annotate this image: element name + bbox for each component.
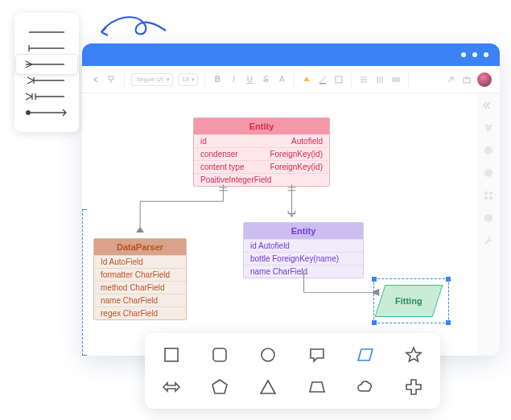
- svg-rect-20: [484, 191, 488, 195]
- entity-title: Entity: [244, 223, 363, 239]
- window-control-dot[interactable]: [472, 52, 477, 57]
- table-row: method CharField: [94, 281, 186, 294]
- connector-palette[interactable]: [14, 13, 79, 132]
- connector-line-plain[interactable]: [24, 24, 69, 40]
- svg-rect-24: [165, 348, 178, 361]
- shape-triangle[interactable]: [256, 375, 280, 399]
- window-control-dot[interactable]: [461, 52, 466, 57]
- strike-button[interactable]: S: [260, 74, 271, 85]
- shape-double-arrow[interactable]: [159, 375, 183, 399]
- distribute-button[interactable]: [390, 74, 402, 85]
- window-titlebar: [82, 43, 500, 66]
- svg-rect-15: [397, 78, 399, 81]
- font-size-select[interactable]: 18: [178, 73, 198, 86]
- shape-circle[interactable]: [256, 343, 280, 367]
- toolbar: Segoe UI 18 B I U S A: [82, 66, 500, 93]
- table-row: condenserForeignKey(id): [194, 147, 329, 160]
- italic-button[interactable]: I: [228, 74, 239, 85]
- entity-table-pink[interactable]: Entity idAutofield condenserForeignKey(i…: [193, 117, 330, 187]
- user-avatar[interactable]: [477, 72, 492, 87]
- svg-rect-13: [336, 76, 342, 83]
- svg-rect-14: [393, 78, 395, 81]
- format-painter-button[interactable]: [106, 74, 117, 85]
- font-color-button[interactable]: A: [276, 74, 287, 85]
- shape-parallelogram[interactable]: [353, 343, 377, 367]
- entity-title: DataParser: [94, 239, 186, 255]
- entity-table-purple[interactable]: Entity id Autofield bottle ForeignKey(na…: [243, 222, 364, 278]
- svg-rect-23: [489, 196, 492, 200]
- underline-button[interactable]: U: [244, 74, 255, 85]
- svg-point-18: [489, 148, 491, 150]
- right-side-rail: [477, 93, 500, 356]
- undo-button[interactable]: [90, 74, 101, 85]
- svg-rect-11: [109, 76, 113, 80]
- table-row: id Autofield: [244, 239, 363, 252]
- connector-crowfoot-many[interactable]: [24, 89, 69, 105]
- share-button[interactable]: [445, 74, 456, 85]
- font-size-value: 18: [182, 76, 189, 83]
- fill-color-button[interactable]: [301, 74, 312, 85]
- border-style-button[interactable]: [333, 74, 344, 85]
- table-row: name CharField: [94, 294, 186, 307]
- bold-button[interactable]: B: [212, 74, 223, 85]
- window-control-dot[interactable]: [484, 52, 488, 57]
- editor-window: Segoe UI 18 B I U S A Entity: [82, 43, 500, 356]
- connector-crowfoot[interactable]: [24, 56, 69, 72]
- fitting-shape[interactable]: Fitting: [380, 285, 438, 317]
- shirt-icon[interactable]: [483, 122, 494, 134]
- align-button[interactable]: [358, 74, 369, 85]
- export-button[interactable]: [461, 74, 472, 85]
- valign-button[interactable]: [374, 74, 385, 85]
- wrench-icon[interactable]: [483, 235, 494, 246]
- shape-pentagon[interactable]: [208, 375, 232, 399]
- table-row: Id AutoField: [94, 255, 186, 268]
- svg-point-19: [484, 169, 492, 177]
- connector-crowfoot-one[interactable]: [24, 72, 69, 89]
- apps-icon[interactable]: [483, 190, 494, 201]
- font-select-value: Segoe UI: [136, 76, 163, 83]
- svg-rect-12: [319, 83, 326, 84]
- table-row: idAutofield: [194, 134, 329, 147]
- svg-rect-21: [489, 191, 492, 195]
- table-row: PoaitiveIntegerField: [194, 173, 329, 186]
- entity-table-brown[interactable]: DataParser Id AutoField formatter CharFi…: [93, 238, 187, 320]
- shape-rounded-square[interactable]: [208, 343, 232, 367]
- font-select[interactable]: Segoe UI: [131, 73, 173, 86]
- table-row: name CharField: [244, 265, 363, 278]
- table-row: bottle ForeignKey(name): [244, 252, 363, 265]
- shape-trapezoid[interactable]: [305, 375, 329, 399]
- entity-title: Entity: [194, 118, 329, 134]
- svg-point-10: [26, 110, 31, 115]
- smiley-icon[interactable]: [483, 167, 494, 179]
- shape-plus[interactable]: [402, 375, 426, 399]
- shape-speech[interactable]: [305, 343, 329, 367]
- diagram-canvas[interactable]: Entity idAutofield condenserForeignKey(i…: [82, 93, 477, 356]
- connector-dot-arrow[interactable]: [24, 105, 69, 121]
- line-color-button[interactable]: [317, 74, 328, 85]
- palette-icon[interactable]: [483, 145, 494, 156]
- shape-cloud[interactable]: [353, 375, 377, 399]
- curl-arrow-icon: [97, 11, 169, 43]
- table-row: formatter CharField: [94, 268, 186, 281]
- shape-square[interactable]: [159, 343, 183, 367]
- expand-icon[interactable]: [483, 100, 494, 111]
- cube-icon[interactable]: [483, 212, 494, 224]
- shape-star[interactable]: [402, 343, 426, 367]
- canvas-selection-edge: [82, 209, 87, 356]
- svg-rect-22: [484, 196, 488, 200]
- table-row: regex CharField: [94, 307, 186, 319]
- table-row: content typeForeignKey(id): [194, 160, 329, 173]
- svg-rect-25: [213, 348, 226, 361]
- connector-line-bar[interactable]: [24, 40, 69, 56]
- fitting-label: Fitting: [395, 296, 422, 306]
- svg-point-26: [262, 348, 274, 361]
- shape-tray[interactable]: [145, 333, 440, 409]
- svg-point-17: [484, 146, 492, 154]
